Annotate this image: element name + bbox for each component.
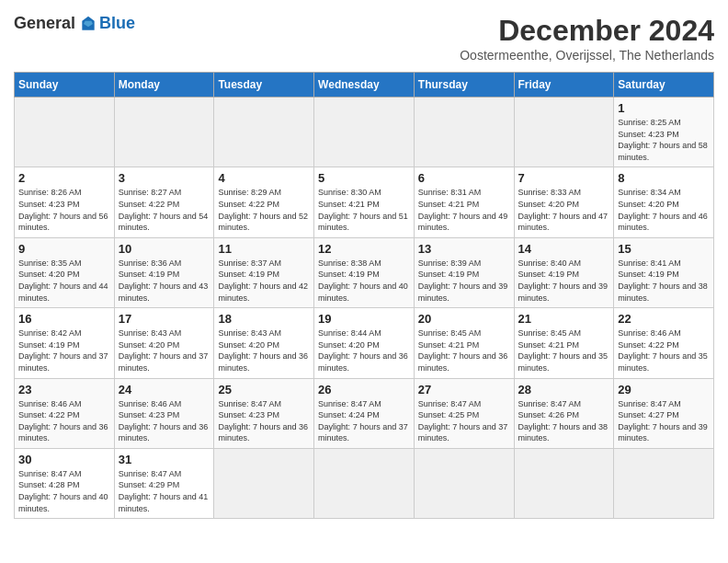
day-number: 18: [218, 312, 310, 326]
col-tuesday: Tuesday: [214, 73, 314, 98]
day-number: 29: [618, 383, 710, 396]
day-number: 30: [18, 453, 110, 466]
day-number: 27: [418, 383, 510, 396]
title-section: December 2024 Oostermeenthe, Overijssel,…: [460, 14, 714, 63]
day-number: 31: [119, 453, 210, 466]
calendar-cell: 18 Sunrise: 8:43 AMSunset: 4:20 PMDaylig…: [214, 308, 314, 378]
day-number: 6: [418, 171, 510, 185]
day-info: Sunrise: 8:43 AMSunset: 4:20 PMDaylight:…: [218, 328, 308, 373]
day-number: 1: [618, 101, 710, 115]
calendar-cell: [614, 448, 714, 518]
calendar-cell: 10 Sunrise: 8:36 AMSunset: 4:19 PMDaylig…: [114, 237, 214, 307]
calendar-cell: 30 Sunrise: 8:47 AMSunset: 4:28 PMDaylig…: [15, 448, 115, 518]
day-number: 21: [518, 312, 610, 326]
day-number: 25: [218, 383, 310, 396]
calendar-cell: 28 Sunrise: 8:47 AMSunset: 4:26 PMDaylig…: [514, 378, 614, 448]
day-number: 10: [119, 242, 210, 256]
day-number: 3: [119, 171, 210, 185]
calendar-cell: 29 Sunrise: 8:47 AMSunset: 4:27 PMDaylig…: [614, 378, 714, 448]
calendar-cell: 16 Sunrise: 8:42 AMSunset: 4:19 PMDaylig…: [15, 308, 115, 378]
calendar-cell: [314, 98, 415, 167]
day-number: 12: [318, 242, 410, 256]
day-info: Sunrise: 8:29 AMSunset: 4:22 PMDaylight:…: [218, 188, 308, 232]
day-info: Sunrise: 8:26 AMSunset: 4:23 PMDaylight:…: [18, 188, 108, 232]
day-number: 13: [418, 242, 510, 256]
logo-general-text: General: [14, 14, 75, 33]
calendar-table: Sunday Monday Tuesday Wednesday Thursday…: [14, 72, 714, 519]
day-info: Sunrise: 8:46 AMSunset: 4:22 PMDaylight:…: [618, 328, 708, 373]
calendar-cell: 8 Sunrise: 8:34 AMSunset: 4:20 PMDayligh…: [614, 167, 714, 237]
day-info: Sunrise: 8:47 AMSunset: 4:25 PMDaylight:…: [418, 399, 508, 443]
calendar-cell: 6 Sunrise: 8:31 AMSunset: 4:21 PMDayligh…: [414, 167, 514, 237]
day-info: Sunrise: 8:46 AMSunset: 4:23 PMDaylight:…: [119, 399, 209, 443]
day-info: Sunrise: 8:47 AMSunset: 4:24 PMDaylight:…: [318, 399, 408, 443]
col-monday: Monday: [114, 73, 214, 98]
calendar-week-row: 30 Sunrise: 8:47 AMSunset: 4:28 PMDaylig…: [15, 448, 714, 518]
day-number: 24: [119, 383, 210, 396]
calendar-week-row: 9 Sunrise: 8:35 AMSunset: 4:20 PMDayligh…: [15, 237, 714, 307]
calendar-cell: 2 Sunrise: 8:26 AMSunset: 4:23 PMDayligh…: [15, 167, 115, 237]
day-info: Sunrise: 8:42 AMSunset: 4:19 PMDaylight:…: [18, 328, 108, 373]
day-number: 26: [318, 383, 410, 396]
day-number: 4: [218, 171, 310, 185]
calendar-cell: 1 Sunrise: 8:25 AMSunset: 4:23 PMDayligh…: [614, 98, 714, 167]
calendar-cell: 12 Sunrise: 8:38 AMSunset: 4:19 PMDaylig…: [314, 237, 415, 307]
col-saturday: Saturday: [614, 73, 714, 98]
calendar-cell: 14 Sunrise: 8:40 AMSunset: 4:19 PMDaylig…: [514, 237, 614, 307]
day-number: 8: [618, 171, 710, 185]
logo-icon: [79, 15, 97, 33]
calendar-cell: 25 Sunrise: 8:47 AMSunset: 4:23 PMDaylig…: [214, 378, 314, 448]
day-info: Sunrise: 8:43 AMSunset: 4:20 PMDaylight:…: [119, 328, 209, 373]
day-number: 17: [119, 312, 210, 326]
day-info: Sunrise: 8:27 AMSunset: 4:22 PMDaylight:…: [119, 188, 209, 232]
calendar-cell: 23 Sunrise: 8:46 AMSunset: 4:22 PMDaylig…: [15, 378, 115, 448]
col-sunday: Sunday: [15, 73, 115, 98]
calendar-week-row: 16 Sunrise: 8:42 AMSunset: 4:19 PMDaylig…: [15, 308, 714, 378]
col-wednesday: Wednesday: [314, 73, 415, 98]
calendar-cell: 13 Sunrise: 8:39 AMSunset: 4:19 PMDaylig…: [414, 237, 514, 307]
day-number: 9: [18, 242, 110, 256]
calendar-cell: [214, 448, 314, 518]
day-info: Sunrise: 8:45 AMSunset: 4:21 PMDaylight:…: [518, 328, 609, 373]
calendar-cell: 31 Sunrise: 8:47 AMSunset: 4:29 PMDaylig…: [114, 448, 214, 518]
day-info: Sunrise: 8:45 AMSunset: 4:21 PMDaylight:…: [418, 328, 508, 373]
calendar-cell: [414, 98, 514, 167]
day-info: Sunrise: 8:47 AMSunset: 4:26 PMDaylight:…: [518, 399, 609, 443]
day-info: Sunrise: 8:38 AMSunset: 4:19 PMDaylight:…: [318, 259, 408, 303]
day-number: 28: [518, 383, 610, 396]
calendar-cell: [314, 448, 415, 518]
calendar-cell: 22 Sunrise: 8:46 AMSunset: 4:22 PMDaylig…: [614, 308, 714, 378]
calendar-week-row: 1 Sunrise: 8:25 AMSunset: 4:23 PMDayligh…: [15, 98, 714, 167]
day-number: 2: [18, 171, 110, 185]
day-info: Sunrise: 8:37 AMSunset: 4:19 PMDaylight:…: [218, 259, 308, 303]
calendar-week-row: 2 Sunrise: 8:26 AMSunset: 4:23 PMDayligh…: [15, 167, 714, 237]
calendar-cell: 24 Sunrise: 8:46 AMSunset: 4:23 PMDaylig…: [114, 378, 214, 448]
day-number: 15: [618, 242, 710, 256]
day-info: Sunrise: 8:44 AMSunset: 4:20 PMDaylight:…: [318, 328, 408, 373]
day-info: Sunrise: 8:25 AMSunset: 4:23 PMDaylight:…: [618, 118, 708, 162]
day-info: Sunrise: 8:40 AMSunset: 4:19 PMDaylight:…: [518, 259, 609, 303]
day-info: Sunrise: 8:47 AMSunset: 4:27 PMDaylight:…: [618, 399, 708, 443]
month-title: December 2024: [460, 14, 714, 48]
calendar-cell: 15 Sunrise: 8:41 AMSunset: 4:19 PMDaylig…: [614, 237, 714, 307]
calendar-cell: 4 Sunrise: 8:29 AMSunset: 4:22 PMDayligh…: [214, 167, 314, 237]
calendar-cell: 11 Sunrise: 8:37 AMSunset: 4:19 PMDaylig…: [214, 237, 314, 307]
day-info: Sunrise: 8:36 AMSunset: 4:19 PMDaylight:…: [119, 259, 209, 303]
day-info: Sunrise: 8:47 AMSunset: 4:23 PMDaylight:…: [218, 399, 308, 443]
day-number: 5: [318, 171, 410, 185]
calendar-cell: 27 Sunrise: 8:47 AMSunset: 4:25 PMDaylig…: [414, 378, 514, 448]
calendar-cell: [114, 98, 214, 167]
calendar-cell: [214, 98, 314, 167]
day-number: 19: [318, 312, 410, 326]
logo-blue-text: Blue: [99, 14, 135, 33]
calendar-cell: 5 Sunrise: 8:30 AMSunset: 4:21 PMDayligh…: [314, 167, 415, 237]
calendar-cell: 7 Sunrise: 8:33 AMSunset: 4:20 PMDayligh…: [514, 167, 614, 237]
day-number: 7: [518, 171, 610, 185]
day-number: 14: [518, 242, 610, 256]
day-info: Sunrise: 8:39 AMSunset: 4:19 PMDaylight:…: [418, 259, 508, 303]
calendar-cell: [15, 98, 115, 167]
calendar-cell: [514, 98, 614, 167]
day-number: 22: [618, 312, 710, 326]
calendar-cell: [514, 448, 614, 518]
day-info: Sunrise: 8:46 AMSunset: 4:22 PMDaylight:…: [18, 399, 108, 443]
